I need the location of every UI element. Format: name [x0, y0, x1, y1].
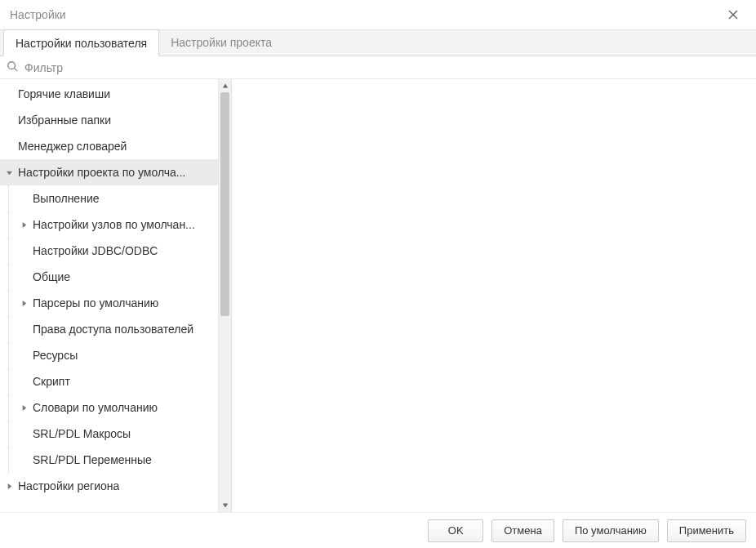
- button-label: Отмена: [504, 524, 542, 537]
- tab-label: Настройки пользователя: [16, 37, 147, 50]
- tree-item-label: Избранные папки: [18, 114, 111, 127]
- tree-item-default-parsers[interactable]: Парсеры по умолчанию: [0, 290, 218, 316]
- svg-marker-8: [7, 483, 11, 488]
- tree-item-user-access[interactable]: Права доступа пользователей: [0, 316, 218, 342]
- ok-button[interactable]: OK: [428, 519, 483, 542]
- tree-item-script[interactable]: Скрипт: [0, 368, 218, 394]
- tree-item-dictionary-manager[interactable]: Менеджер словарей: [0, 133, 218, 159]
- svg-marker-9: [222, 84, 227, 88]
- button-label: По умолчанию: [575, 524, 647, 537]
- button-label: OK: [448, 524, 464, 537]
- scrollbar-thumb[interactable]: [220, 92, 229, 316]
- settings-tree: Горячие клавиши Избранные папки Менеджер…: [0, 79, 218, 512]
- filterbar: [0, 56, 756, 79]
- tree-item-label: Настройки узлов по умолчан...: [33, 218, 195, 231]
- tree-item-label: Выполнение: [33, 192, 99, 205]
- tree-item-label: SRL/PDL Макросы: [33, 427, 131, 440]
- tree-item-label: Менеджер словарей: [18, 140, 127, 153]
- tab-label: Настройки проекта: [171, 36, 272, 49]
- svg-marker-7: [22, 404, 26, 410]
- chevron-right-icon[interactable]: [18, 402, 29, 413]
- svg-marker-4: [6, 171, 11, 175]
- svg-marker-6: [22, 300, 26, 305]
- tree-item-default-project-settings[interactable]: Настройки проекта по умолча...: [0, 159, 218, 185]
- button-label: Применить: [679, 524, 734, 537]
- svg-line-3: [15, 69, 18, 72]
- tab-user-settings[interactable]: Настройки пользователя: [3, 29, 159, 56]
- titlebar: Настройки: [0, 0, 756, 29]
- tree-item-default-node-settings[interactable]: Настройки узлов по умолчан...: [0, 212, 218, 238]
- sidebar: Горячие клавиши Избранные папки Менеджер…: [0, 79, 232, 512]
- dialog-footer: OK Отмена По умолчанию Применить: [0, 512, 756, 548]
- tree-item-resources[interactable]: Ресурсы: [0, 342, 218, 368]
- cancel-button[interactable]: Отмена: [491, 519, 554, 542]
- tab-project-settings[interactable]: Настройки проекта: [159, 29, 283, 56]
- tree-item-label: Ресурсы: [33, 349, 78, 362]
- tree-item-label: Права доступа пользователей: [33, 323, 193, 336]
- default-button[interactable]: По умолчанию: [563, 519, 659, 542]
- close-icon: [728, 10, 738, 20]
- tree-item-srl-pdl-variables[interactable]: SRL/PDL Переменные: [0, 447, 218, 473]
- chevron-right-icon[interactable]: [18, 219, 29, 230]
- svg-marker-10: [222, 504, 227, 508]
- tree-item-favorite-folders[interactable]: Избранные папки: [0, 107, 218, 133]
- chevron-right-icon[interactable]: [3, 480, 15, 492]
- search-icon: [7, 60, 18, 74]
- tree-item-general[interactable]: Общие: [0, 264, 218, 290]
- tree-item-jdbc-odbc[interactable]: Настройки JDBC/ODBC: [0, 238, 218, 264]
- tree-item-label: Общие: [33, 270, 70, 283]
- sidebar-scrollbar[interactable]: [218, 79, 231, 512]
- tree-item-region-settings[interactable]: Настройки региона: [0, 473, 218, 499]
- tree-item-label: Настройки JDBC/ODBC: [33, 244, 158, 257]
- chevron-down-icon[interactable]: [3, 167, 15, 178]
- close-button[interactable]: [720, 2, 746, 28]
- tree-item-label: Скрипт: [33, 375, 70, 388]
- tree-item-default-dictionaries[interactable]: Словари по умолчанию: [0, 394, 218, 421]
- tree-item-execution[interactable]: Выполнение: [0, 185, 218, 212]
- window-title: Настройки: [10, 8, 720, 21]
- scrollbar-track[interactable]: [219, 92, 231, 499]
- content-panel: [232, 79, 756, 512]
- tree-item-label: Словари по умолчанию: [33, 401, 158, 414]
- scroll-up-arrow-icon[interactable]: [219, 79, 231, 92]
- tree-item-srl-pdl-macros[interactable]: SRL/PDL Макросы: [0, 421, 218, 447]
- apply-button[interactable]: Применить: [667, 519, 746, 542]
- tree-item-label: Настройки проекта по умолча...: [18, 166, 186, 179]
- tree-item-label: SRL/PDL Переменные: [33, 453, 152, 466]
- tree-item-hotkeys[interactable]: Горячие клавиши: [0, 81, 218, 107]
- tree-item-label: Горячие клавиши: [18, 87, 110, 100]
- chevron-right-icon[interactable]: [18, 297, 29, 309]
- tree-item-label: Парсеры по умолчанию: [33, 296, 158, 310]
- svg-marker-5: [22, 221, 26, 227]
- tree-item-label: Настройки региона: [18, 479, 119, 492]
- filter-input[interactable]: [23, 60, 186, 75]
- scroll-down-arrow-icon[interactable]: [219, 499, 231, 512]
- svg-point-2: [8, 62, 16, 69]
- tabbar: Настройки пользователя Настройки проекта: [0, 29, 756, 56]
